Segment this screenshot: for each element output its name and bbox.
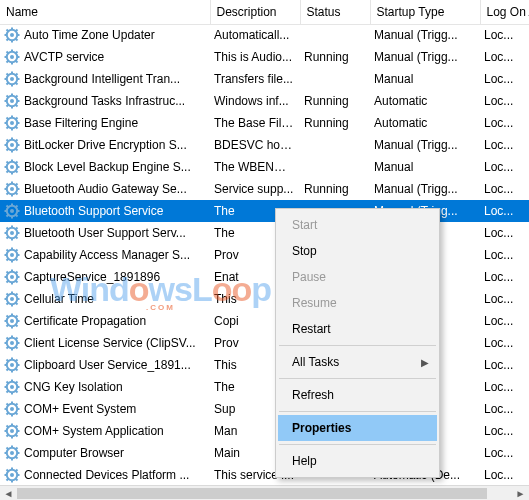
svg-line-29 [7,83,9,85]
col-logon[interactable]: Log On As [480,0,529,24]
cell-logon: Loc... [480,332,529,354]
svg-line-156 [7,360,9,362]
cell-startup: Manual [370,156,480,178]
svg-line-139 [7,325,9,327]
cell-status [300,156,370,178]
svg-line-166 [7,382,9,384]
svg-line-187 [16,435,18,437]
gear-icon [4,71,20,87]
svg-point-1 [10,33,14,37]
service-name: Certificate Propagation [24,314,146,328]
svg-line-106 [7,250,9,252]
horizontal-scrollbar[interactable]: ◄ ► [0,485,529,500]
gear-icon [4,181,20,197]
svg-line-6 [7,30,9,32]
table-row[interactable]: Block Level Backup Engine S...The WBENGI… [0,156,529,178]
service-name: Block Level Backup Engine S... [24,160,191,174]
table-row[interactable]: Computer BrowserMainual (Trigg...Loc... [0,442,529,464]
menu-pause[interactable]: Pause [278,264,437,290]
table-row[interactable]: Clipboard User Service_1891...This ualLo… [0,354,529,376]
col-name[interactable]: Name [0,0,210,24]
table-row[interactable]: Bluetooth Support ServiceThe Manual (Tri… [0,200,529,222]
table-row[interactable]: Background Intelligent Tran...Transfers … [0,68,529,90]
service-name: Background Intelligent Tran... [24,72,180,86]
menu-separator [279,444,436,445]
table-row[interactable]: Background Tasks Infrastruc...Windows in… [0,90,529,112]
svg-line-189 [7,435,9,437]
table-row[interactable]: COM+ Event SystemSupomaticLoc... [0,398,529,420]
svg-line-66 [7,162,9,164]
service-name: Auto Time Zone Updater [24,28,155,42]
table-row[interactable]: AVCTP serviceThis is Audio...RunningManu… [0,46,529,68]
menu-separator [279,378,436,379]
table-row[interactable]: Client License Service (ClipSV...Provual… [0,332,529,354]
svg-point-51 [10,143,14,147]
svg-point-61 [10,165,14,169]
table-row[interactable]: COM+ System ApplicationManualLoc... [0,420,529,442]
table-row[interactable]: Bluetooth Audio Gateway Se...Service sup… [0,178,529,200]
svg-line-16 [7,52,9,54]
svg-line-28 [16,74,18,76]
context-menu: Start Stop Pause Resume Restart All Task… [275,208,440,478]
gear-icon [4,137,20,153]
cell-logon: Loc... [480,24,529,46]
cell-status: Running [300,178,370,200]
svg-point-191 [10,451,14,455]
col-description[interactable]: Description [210,0,300,24]
scrollbar-track[interactable] [17,486,512,501]
gear-icon [4,247,20,263]
menu-help[interactable]: Help [278,448,437,474]
svg-line-149 [7,347,9,349]
gear-icon [4,467,20,483]
table-row[interactable]: BitLocker Drive Encryption S...BDESVC ho… [0,134,529,156]
service-name: COM+ System Application [24,424,164,438]
svg-line-129 [7,303,9,305]
cell-startup: Manual (Trigg... [370,134,480,156]
menu-restart[interactable]: Restart [278,316,437,342]
table-row[interactable]: CaptureService_1891896EnatualLoc... [0,266,529,288]
cell-desc: Service supp... [210,178,300,200]
col-startup-type[interactable]: Startup Type [370,0,480,24]
service-name: Bluetooth User Support Serv... [24,226,186,240]
menu-refresh[interactable]: Refresh [278,382,437,408]
menu-properties[interactable]: Properties [278,415,437,441]
table-row[interactable]: Base Filtering EngineThe Base Filt...Run… [0,112,529,134]
table-row[interactable]: Connected Devices Platform ...This servi… [0,464,529,485]
svg-line-37 [16,105,18,107]
menu-all-tasks-label: All Tasks [292,355,339,369]
scroll-right-icon[interactable]: ► [512,486,529,501]
table-row[interactable]: CNG Key IsolationThe ual (Trigg...Loc... [0,376,529,398]
svg-line-46 [7,118,9,120]
svg-line-27 [16,83,18,85]
table-row[interactable]: Bluetooth User Support Serv...The ual (T… [0,222,529,244]
table-row[interactable]: Certificate PropagationCopiual (Trigg...… [0,310,529,332]
table-row[interactable]: Cellular TimeThis ual (Trigg...Loc... [0,288,529,310]
menu-resume[interactable]: Resume [278,290,437,316]
cell-logon: Loc... [480,464,529,485]
table-row[interactable]: Auto Time Zone UpdaterAutomaticall...Man… [0,24,529,46]
svg-line-108 [16,250,18,252]
cell-startup: Automatic [370,90,480,112]
cell-logon: Loc... [480,442,529,464]
col-status[interactable]: Status [300,0,370,24]
svg-line-147 [16,347,18,349]
menu-start[interactable]: Start [278,212,437,238]
svg-line-157 [16,369,18,371]
svg-point-151 [10,363,14,367]
cell-status: Running [300,46,370,68]
svg-point-181 [10,429,14,433]
menu-all-tasks[interactable]: All Tasks ▶ [278,349,437,375]
gear-icon [4,93,20,109]
cell-status: Running [300,90,370,112]
svg-line-167 [16,391,18,393]
table-row[interactable]: Capability Access Manager S...ProvualLoc… [0,244,529,266]
scrollbar-thumb[interactable] [17,488,487,499]
scroll-left-icon[interactable]: ◄ [0,486,17,501]
services-table: Name Description Status Startup Type Log… [0,0,529,485]
svg-line-26 [7,74,9,76]
svg-line-36 [7,96,9,98]
svg-line-179 [7,413,9,415]
cell-desc: The Base Filt... [210,112,300,134]
menu-stop[interactable]: Stop [278,238,437,264]
svg-line-207 [16,479,18,481]
